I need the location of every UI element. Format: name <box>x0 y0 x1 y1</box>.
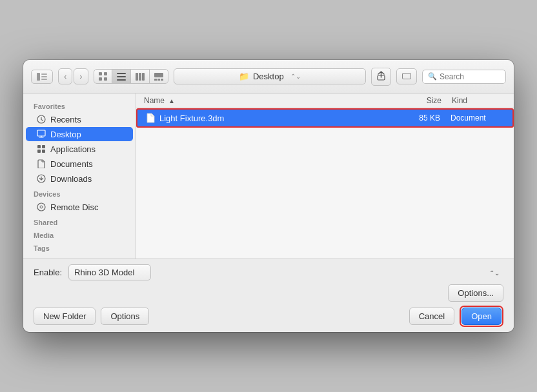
file-open-dialog: ‹ › 📁 Desktop ⌃⌄ <box>23 60 514 332</box>
remote-disc-icon <box>36 202 46 212</box>
list-view-button[interactable] <box>112 70 131 83</box>
sidebar-item-downloads[interactable]: Downloads <box>26 172 133 186</box>
file-list-area: Name ▲ Size Kind Light Fixture.3dm 85 KB… <box>136 93 514 259</box>
enable-select[interactable]: Rhino 3D Model <box>68 264 151 280</box>
svg-rect-2 <box>41 76 47 77</box>
svg-rect-1 <box>41 74 47 75</box>
enable-label: Enable: <box>34 268 62 277</box>
file-list-header: Name ▲ Size Kind <box>136 93 514 108</box>
sidebar-item-remote-disc[interactable]: Remote Disc <box>26 200 133 214</box>
select-arrow-icon: ⌃⌄ <box>489 269 500 276</box>
sidebar-toggle-button[interactable] <box>31 70 53 84</box>
svg-point-28 <box>40 206 43 208</box>
content-area: Favorites Recents Desktop Applica <box>23 93 514 259</box>
svg-rect-25 <box>42 150 45 153</box>
svg-rect-7 <box>104 77 107 81</box>
open-button[interactable]: Open <box>461 308 502 325</box>
svg-rect-13 <box>142 73 145 81</box>
shared-label: Shared <box>23 215 136 228</box>
sidebar-item-documents[interactable]: Documents <box>26 157 133 171</box>
file-kind: Document <box>440 113 505 122</box>
share-button[interactable] <box>371 68 391 86</box>
applications-icon <box>36 144 46 154</box>
svg-rect-19 <box>403 74 411 79</box>
file-icon <box>145 113 156 123</box>
svg-rect-16 <box>157 79 160 81</box>
name-column-header[interactable]: Name ▲ <box>144 96 390 105</box>
sidebar-item-label: Remote Disc <box>50 202 98 212</box>
search-field[interactable]: 🔍 <box>422 70 506 84</box>
search-icon: 🔍 <box>428 72 437 81</box>
location-folder-icon: 📁 <box>239 72 249 81</box>
recents-icon <box>36 114 46 124</box>
devices-label: Devices <box>23 186 136 199</box>
sidebar-item-label: Downloads <box>50 174 92 184</box>
desktop-icon <box>36 129 46 139</box>
svg-rect-0 <box>37 73 40 81</box>
file-list: Light Fixture.3dm 85 KB Document <box>136 108 514 259</box>
svg-rect-12 <box>139 73 141 81</box>
bottom-area: Enable: Rhino 3D Model ⌃⌄ Options... New… <box>23 259 514 332</box>
svg-rect-22 <box>37 145 41 148</box>
chevron-icon: ⌃⌄ <box>290 73 301 80</box>
sidebar-item-applications[interactable]: Applications <box>26 142 133 156</box>
action-right: Cancel Open <box>409 306 503 327</box>
svg-rect-10 <box>117 79 126 81</box>
file-size: 85 KB <box>389 113 440 122</box>
svg-rect-5 <box>104 72 107 75</box>
svg-point-27 <box>37 203 45 211</box>
favorites-label: Favorites <box>23 99 136 112</box>
sidebar-item-label: Applications <box>50 144 96 154</box>
svg-rect-21 <box>37 130 45 136</box>
sidebar-item-recents[interactable]: Recents <box>26 112 133 126</box>
nav-group: ‹ › <box>58 68 88 84</box>
svg-rect-24 <box>37 150 41 153</box>
table-row[interactable]: Light Fixture.3dm 85 KB Document <box>136 108 514 128</box>
tags-label: Tags <box>23 240 136 253</box>
nav-forward-button[interactable]: › <box>74 68 88 84</box>
enable-row: Enable: Rhino 3D Model ⌃⌄ <box>34 264 503 280</box>
icon-view-button[interactable] <box>94 70 112 83</box>
svg-rect-3 <box>41 79 47 80</box>
action-row: New Folder Options Cancel Open <box>34 306 503 327</box>
downloads-icon <box>36 173 46 184</box>
kind-column-header[interactable]: Kind <box>441 96 506 105</box>
options-button-bottom[interactable]: Options <box>101 308 149 325</box>
sidebar-item-label: Documents <box>50 159 93 169</box>
svg-rect-8 <box>117 73 126 74</box>
size-column-header[interactable]: Size <box>390 96 441 105</box>
gallery-view-button[interactable] <box>150 70 168 83</box>
column-view-button[interactable] <box>131 70 150 83</box>
svg-rect-17 <box>161 79 163 81</box>
cancel-button[interactable]: Cancel <box>409 308 454 325</box>
sidebar-item-label: Desktop <box>50 130 81 139</box>
file-name: Light Fixture.3dm <box>159 113 389 123</box>
svg-rect-6 <box>99 77 102 81</box>
view-group <box>94 69 168 84</box>
location-label: Desktop <box>253 72 284 81</box>
new-folder-button[interactable]: New Folder <box>34 308 96 325</box>
svg-rect-15 <box>154 79 157 81</box>
sidebar: Favorites Recents Desktop Applica <box>23 93 136 259</box>
sort-arrow-icon: ▲ <box>168 97 175 104</box>
svg-rect-23 <box>42 145 45 148</box>
open-button-wrapper: Open <box>460 306 503 327</box>
svg-rect-11 <box>136 73 138 81</box>
enable-select-wrapper: Rhino 3D Model ⌃⌄ <box>68 264 503 280</box>
svg-rect-9 <box>117 76 126 77</box>
svg-rect-14 <box>154 73 163 77</box>
options-row: Options... <box>34 284 503 302</box>
toolbar: ‹ › 📁 Desktop ⌃⌄ <box>23 60 514 93</box>
options-button-top[interactable]: Options... <box>448 284 503 302</box>
svg-rect-4 <box>99 72 102 75</box>
documents-icon <box>36 159 46 169</box>
search-input[interactable] <box>440 72 500 81</box>
window-button[interactable] <box>396 68 417 84</box>
action-left: New Folder Options <box>34 308 404 325</box>
nav-back-button[interactable]: ‹ <box>58 68 72 84</box>
location-dropdown[interactable]: 📁 Desktop ⌃⌄ <box>174 68 366 84</box>
media-label: Media <box>23 228 136 240</box>
sidebar-item-desktop[interactable]: Desktop <box>26 127 133 141</box>
sidebar-item-label: Recents <box>50 115 81 124</box>
